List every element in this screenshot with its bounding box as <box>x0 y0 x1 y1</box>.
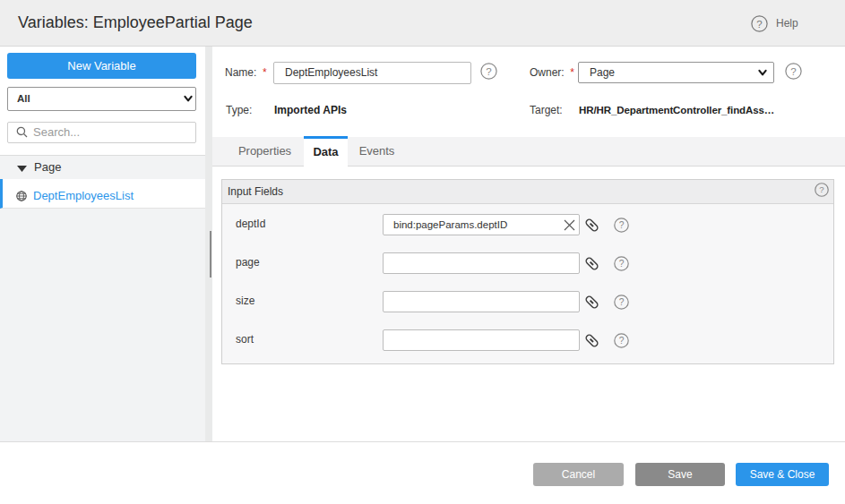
svg-text:?: ? <box>756 19 762 30</box>
svg-text:?: ? <box>619 220 625 230</box>
svg-text:?: ? <box>819 184 824 194</box>
svg-text:?: ? <box>619 259 625 269</box>
svg-text:?: ? <box>619 336 625 346</box>
svg-text:?: ? <box>790 66 796 77</box>
svg-text:?: ? <box>619 297 625 307</box>
svg-text:?: ? <box>486 66 491 77</box>
